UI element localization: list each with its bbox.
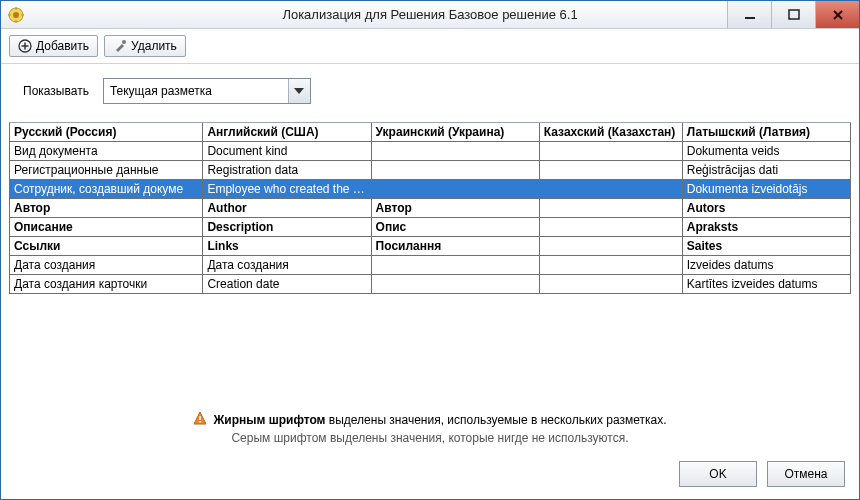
maximize-button[interactable] [771, 1, 815, 28]
grid-empty-area [9, 294, 851, 401]
svg-line-8 [834, 11, 842, 19]
cell-en[interactable]: Registration data [203, 161, 371, 180]
window-buttons [727, 1, 859, 28]
cell-en[interactable]: Document kind [203, 142, 371, 161]
cell-lv[interactable]: Kartītes izveides datums [682, 275, 850, 294]
cell-uk[interactable] [371, 142, 539, 161]
minimize-button[interactable] [727, 1, 771, 28]
svg-rect-17 [200, 421, 201, 422]
plus-circle-icon [18, 39, 32, 53]
cell-kk[interactable] [539, 199, 682, 218]
cell-lv[interactable]: Izveides datums [682, 256, 850, 275]
cell-en[interactable]: Employee who created the doc [203, 180, 371, 199]
cell-en[interactable]: Description [203, 218, 371, 237]
cell-ru[interactable]: Описание [10, 218, 203, 237]
cell-kk[interactable] [539, 161, 682, 180]
col-russian[interactable]: Русский (Россия) [10, 123, 203, 142]
cell-en[interactable]: Creation date [203, 275, 371, 294]
delete-button[interactable]: Удалить [104, 35, 186, 57]
table-row[interactable]: СсылкиLinksПосиланняSaites [10, 237, 851, 256]
cell-ru[interactable]: Вид документа [10, 142, 203, 161]
add-button-label: Добавить [36, 39, 89, 53]
svg-rect-16 [200, 416, 201, 420]
cell-uk[interactable] [371, 275, 539, 294]
table-row[interactable]: АвторAuthorАвторAutors [10, 199, 851, 218]
cell-en[interactable]: Дата создания [203, 256, 371, 275]
cell-kk[interactable] [539, 180, 682, 199]
cell-lv[interactable]: Dokumenta izveidotājs [682, 180, 850, 199]
grid-header-row: Русский (Россия) Английский (США) Украин… [10, 123, 851, 142]
cell-kk[interactable] [539, 275, 682, 294]
cell-en[interactable]: Links [203, 237, 371, 256]
tools-icon [113, 39, 127, 53]
dialog-buttons: OK Отмена [1, 455, 859, 499]
cell-en[interactable]: Author [203, 199, 371, 218]
table-row[interactable]: Регистрационные данныеRegistration dataR… [10, 161, 851, 180]
filter-combo[interactable]: Текущая разметка [103, 78, 311, 104]
filter-row: Показывать Текущая разметка [1, 64, 859, 122]
cell-lv[interactable]: Apraksts [682, 218, 850, 237]
svg-point-13 [122, 40, 126, 44]
cell-uk[interactable]: Автор [371, 199, 539, 218]
table-row[interactable]: Дата создания карточкиCreation dateKartī… [10, 275, 851, 294]
col-ukrainian[interactable]: Украинский (Украина) [371, 123, 539, 142]
cell-uk[interactable] [371, 256, 539, 275]
footer-line1: Жирным шрифтом выделены значения, исполь… [213, 412, 666, 429]
cell-kk[interactable] [539, 237, 682, 256]
delete-button-label: Удалить [131, 39, 177, 53]
cell-kk[interactable] [539, 142, 682, 161]
cell-lv[interactable]: Reģistrācijas dati [682, 161, 850, 180]
toolbar: Добавить Удалить [1, 29, 859, 64]
filter-label: Показывать [23, 84, 89, 98]
table-row[interactable]: ОписаниеDescriptionОписApraksts [10, 218, 851, 237]
cell-ru[interactable]: Автор [10, 199, 203, 218]
window-title: Локализация для Решения Базовое решение … [282, 7, 577, 22]
warning-icon [193, 411, 207, 430]
cell-lv[interactable]: Autors [682, 199, 850, 218]
cell-ru[interactable]: Дата создания [10, 256, 203, 275]
cell-uk[interactable] [371, 161, 539, 180]
table-row[interactable]: Вид документаDocument kindDokumenta veid… [10, 142, 851, 161]
localization-grid[interactable]: Русский (Россия) Английский (США) Украин… [9, 122, 851, 401]
cell-uk[interactable]: Опис [371, 218, 539, 237]
footer-note: Жирным шрифтом выделены значения, исполь… [1, 401, 859, 455]
cancel-button[interactable]: Отмена [767, 461, 845, 487]
window: Локализация для Решения Базовое решение … [0, 0, 860, 500]
col-kazakh[interactable]: Казахский (Казахстан) [539, 123, 682, 142]
table-row[interactable]: Дата созданияДата созданияIzveides datum… [10, 256, 851, 275]
cell-ru[interactable]: Регистрационные данные [10, 161, 203, 180]
cell-ru[interactable]: Дата создания карточки [10, 275, 203, 294]
col-english[interactable]: Английский (США) [203, 123, 371, 142]
svg-marker-14 [294, 88, 304, 94]
cell-uk[interactable]: Посилання [371, 237, 539, 256]
close-button[interactable] [815, 1, 859, 28]
cell-lv[interactable]: Saites [682, 237, 850, 256]
app-icon [7, 6, 25, 24]
cell-kk[interactable] [539, 218, 682, 237]
footer-line2: Серым шрифтом выделены значения, которые… [1, 430, 859, 447]
ok-button[interactable]: OK [679, 461, 757, 487]
svg-point-1 [13, 12, 19, 18]
svg-rect-7 [789, 10, 799, 19]
cell-lv[interactable]: Dokumenta veids [682, 142, 850, 161]
col-latvian[interactable]: Латышский (Латвия) [682, 123, 850, 142]
cell-kk[interactable] [539, 256, 682, 275]
cell-ru[interactable]: Сотрудник, создавший докуме [10, 180, 203, 199]
filter-combo-value: Текущая разметка [104, 84, 288, 98]
cell-ru[interactable]: Ссылки [10, 237, 203, 256]
add-button[interactable]: Добавить [9, 35, 98, 57]
titlebar: Локализация для Решения Базовое решение … [1, 1, 859, 29]
table-row[interactable]: Сотрудник, создавший докумеEmployee who … [10, 180, 851, 199]
chevron-down-icon [288, 79, 310, 103]
cell-uk[interactable] [371, 180, 539, 199]
svg-line-9 [834, 11, 842, 19]
